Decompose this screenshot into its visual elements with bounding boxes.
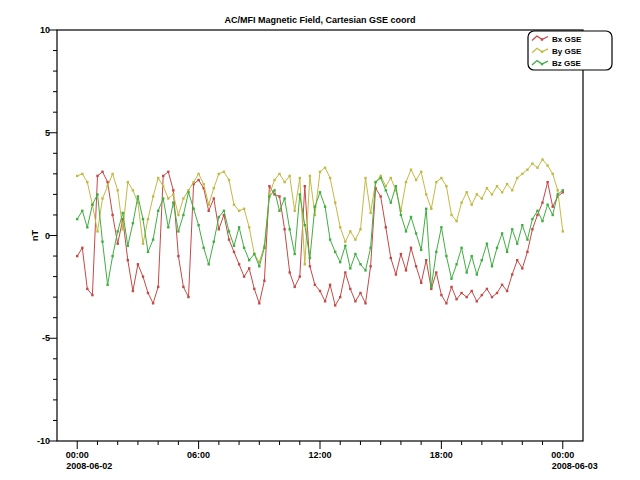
data-point-marker (248, 267, 250, 269)
data-point-marker (536, 167, 538, 169)
data-point-marker (111, 173, 113, 175)
data-point-marker (96, 193, 98, 195)
data-point-marker (390, 177, 392, 179)
data-point-marker (466, 271, 468, 273)
data-point-marker (466, 296, 468, 298)
data-point-marker (526, 251, 528, 253)
data-point-marker (283, 228, 285, 230)
data-point-marker (425, 208, 427, 210)
data-point-marker (278, 173, 280, 175)
data-point-marker (400, 214, 402, 216)
data-point-marker (127, 245, 129, 247)
data-point-marker (415, 232, 417, 234)
y-tick-label: 5 (45, 128, 50, 138)
data-point-marker (162, 197, 164, 199)
data-point-marker (309, 175, 311, 177)
data-point-marker (481, 259, 483, 261)
data-point-marker (349, 230, 351, 232)
data-point-marker (304, 224, 306, 226)
data-point-marker (476, 273, 478, 275)
data-point-marker (329, 238, 331, 240)
y-tick-label: 0 (45, 231, 50, 241)
data-point-marker (324, 167, 326, 169)
data-point-marker (76, 218, 78, 220)
data-point-marker (142, 218, 144, 220)
data-point-marker (415, 265, 417, 267)
data-point-marker (329, 177, 331, 179)
chart-title: AC/MFI Magnetic Field, Cartesian GSE coo… (224, 15, 415, 25)
data-point-marker (182, 286, 184, 288)
x-tick-label: 06:00 (187, 450, 210, 460)
data-point-marker (268, 185, 270, 187)
data-point-marker (182, 214, 184, 216)
data-point-marker (390, 257, 392, 259)
data-point-marker (496, 247, 498, 249)
data-point-marker (248, 226, 250, 228)
data-point-marker (541, 158, 543, 160)
data-point-marker (364, 269, 366, 271)
data-point-marker (506, 183, 508, 185)
plot-window: AC/MFI Magnetic Field, Cartesian GSE coo… (0, 0, 640, 480)
data-point-marker (430, 208, 432, 210)
data-point-marker (334, 251, 336, 253)
x-tick-label: 00:00 (551, 450, 574, 460)
data-point-marker (420, 171, 422, 173)
data-point-marker (491, 193, 493, 195)
data-point-marker (380, 195, 382, 197)
y-axis-label: nT (30, 230, 40, 241)
data-point-marker (445, 255, 447, 257)
data-point-marker (127, 181, 129, 183)
data-point-marker (197, 173, 199, 175)
y-tick-label: -10 (37, 436, 50, 446)
data-point-marker (405, 269, 407, 271)
data-point-marker (344, 241, 346, 243)
data-point-marker (86, 181, 88, 183)
data-point-marker (111, 214, 113, 216)
data-point-marker (172, 201, 174, 203)
data-point-marker (273, 189, 275, 191)
data-point-marker (385, 189, 387, 191)
data-point-marker (471, 255, 473, 257)
data-point-marker (299, 193, 301, 195)
data-point-marker (395, 273, 397, 275)
data-point-marker (440, 226, 442, 228)
data-point-marker (304, 263, 306, 265)
data-point-marker (541, 220, 543, 222)
data-point-marker (440, 177, 442, 179)
data-point-marker (263, 280, 265, 282)
legend-marker-sample (541, 38, 543, 40)
data-point-marker (213, 187, 215, 189)
data-point-marker (450, 278, 452, 280)
data-point-marker (369, 247, 371, 249)
data-point-marker (425, 193, 427, 195)
data-point-marker (309, 257, 311, 259)
data-point-marker (248, 259, 250, 261)
data-point-marker (541, 201, 543, 203)
data-point-marker (546, 204, 548, 206)
data-point-marker (491, 296, 493, 298)
data-point-marker (106, 284, 108, 286)
data-point-marker (476, 300, 478, 302)
data-point-marker (380, 177, 382, 179)
plot-border (57, 30, 583, 441)
data-point-marker (557, 189, 559, 191)
data-point-marker (76, 255, 78, 257)
data-point-marker (410, 169, 412, 171)
data-point-marker (557, 193, 559, 195)
data-point-marker (208, 210, 210, 212)
data-point-marker (86, 288, 88, 290)
data-point-marker (162, 185, 164, 187)
data-point-marker (329, 284, 331, 286)
data-point-marker (213, 197, 215, 199)
data-point-marker (132, 189, 134, 191)
data-point-marker (359, 263, 361, 265)
data-point-marker (91, 294, 93, 296)
data-point-marker (233, 251, 235, 253)
data-point-marker (253, 253, 255, 255)
data-point-marker (157, 210, 159, 212)
data-point-marker (142, 275, 144, 277)
data-point-marker (81, 210, 83, 212)
data-point-marker (273, 179, 275, 181)
data-point-marker (445, 185, 447, 187)
data-point-marker (319, 191, 321, 193)
